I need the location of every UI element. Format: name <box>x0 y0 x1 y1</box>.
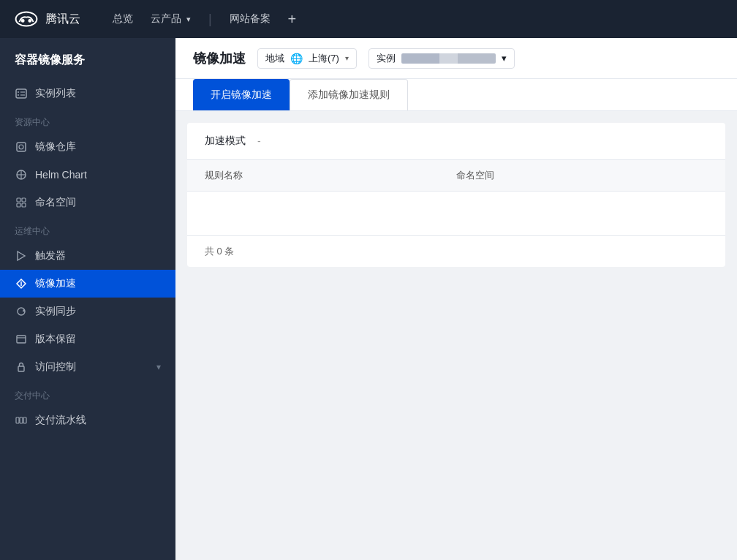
sidebar: 容器镜像服务 实例列表 资源中心 <box>0 38 175 560</box>
sidebar-item-label: Helm Chart <box>35 169 87 181</box>
svg-rect-22 <box>18 366 24 371</box>
table-header: 规则名称 命名空间 <box>187 160 725 192</box>
svg-point-1 <box>21 19 25 23</box>
region-label: 地域 <box>265 52 284 65</box>
sidebar-item-label: 命名空间 <box>35 196 76 209</box>
table-body <box>187 192 725 235</box>
svg-point-0 <box>16 12 37 26</box>
sidebar-item-namespace[interactable]: 命名空间 <box>0 189 175 216</box>
namespace-icon <box>15 196 28 209</box>
sidebar-item-trigger[interactable]: 触发器 <box>0 242 175 270</box>
content-area: 镜像加速 地域 🌐 上海(7) ▾ 实例 ▾ 开启镜像加速 添加镜像加速规则 加… <box>175 38 737 560</box>
region-value: 上海(7) <box>309 52 339 65</box>
tencent-cloud-logo <box>15 10 38 28</box>
region-chevron-icon: ▾ <box>345 54 349 62</box>
sidebar-item-image-accel[interactable]: 镜像加速 <box>0 270 175 298</box>
svg-rect-25 <box>23 417 26 423</box>
instance-chevron-icon: ▾ <box>502 53 507 64</box>
col-rule-name: 规则名称 <box>205 169 456 182</box>
tab-enable-accel[interactable]: 开启镜像加速 <box>193 79 290 110</box>
pipeline-icon <box>15 414 28 427</box>
sidebar-item-label: 触发器 <box>35 249 66 262</box>
logo-area: 腾讯云 <box>15 10 80 28</box>
brand-name: 腾讯云 <box>45 12 80 27</box>
svg-rect-15 <box>17 203 20 207</box>
sidebar-item-delivery-pipeline[interactable]: 交付流水线 <box>0 406 175 434</box>
region-selector[interactable]: 地域 🌐 上海(7) ▾ <box>257 48 357 69</box>
svg-rect-8 <box>17 143 26 151</box>
sidebar-item-instance-sync[interactable]: 实例同步 <box>0 298 175 325</box>
sidebar-item-label: 交付流水线 <box>35 414 86 427</box>
speed-mode-label: 加速模式 <box>205 135 246 148</box>
svg-rect-20 <box>17 336 26 343</box>
repo-icon <box>15 140 28 154</box>
sidebar-item-image-repo[interactable]: 镜像仓库 <box>0 133 175 161</box>
speed-mode-value: - <box>257 135 261 147</box>
tab-add-rule[interactable]: 添加镜像加速规则 <box>290 79 408 110</box>
sync-icon <box>15 305 28 318</box>
section-label-ops: 运维中心 <box>0 216 175 242</box>
svg-point-4 <box>18 91 19 93</box>
svg-point-9 <box>19 145 23 149</box>
svg-rect-14 <box>22 198 26 202</box>
nav-links: 总览 云产品 ▾ | 网站备案 + <box>113 11 296 28</box>
nav-beian[interactable]: 网站备案 <box>230 12 271 26</box>
list-icon <box>15 87 28 100</box>
nav-overview[interactable]: 总览 <box>113 12 133 26</box>
instance-selector[interactable]: 实例 ▾ <box>368 48 515 69</box>
chevron-down-icon: ▾ <box>156 362 161 372</box>
sidebar-item-label: 访问控制 <box>35 360 76 374</box>
svg-marker-17 <box>18 251 25 260</box>
globe-icon: 🌐 <box>290 53 303 64</box>
sidebar-item-helm-chart[interactable]: Helm Chart <box>0 161 175 189</box>
tab-bar: 开启镜像加速 添加镜像加速规则 <box>175 79 737 111</box>
trigger-icon <box>15 249 28 262</box>
main-layout: 容器镜像服务 实例列表 资源中心 <box>0 38 737 560</box>
svg-rect-23 <box>16 417 19 423</box>
sidebar-item-instance-list[interactable]: 实例列表 <box>0 80 175 107</box>
version-icon <box>15 333 28 346</box>
svg-point-2 <box>28 19 31 23</box>
nav-cloud-products[interactable]: 云产品 ▾ <box>151 12 191 26</box>
sidebar-item-access-control[interactable]: 访问控制 ▾ <box>0 353 175 381</box>
speed-mode-row: 加速模式 - <box>187 123 725 160</box>
svg-rect-24 <box>20 417 23 423</box>
lock-icon <box>15 360 28 374</box>
instance-label: 实例 <box>377 52 396 65</box>
svg-point-6 <box>18 94 19 96</box>
helm-icon <box>15 168 28 181</box>
svg-rect-16 <box>22 203 26 207</box>
page-header: 镜像加速 地域 🌐 上海(7) ▾ 实例 ▾ <box>175 38 737 79</box>
sidebar-title: 容器镜像服务 <box>0 38 175 80</box>
accel-icon <box>15 277 28 290</box>
col-namespace: 命名空间 <box>456 169 708 182</box>
table-footer: 共 0 条 <box>187 235 725 267</box>
sidebar-item-label: 版本保留 <box>35 333 76 346</box>
nav-add-button[interactable]: + <box>288 11 297 28</box>
sidebar-item-label: 镜像加速 <box>35 277 76 290</box>
svg-rect-13 <box>17 198 20 202</box>
section-label-delivery: 交付中心 <box>0 381 175 406</box>
instance-bar <box>401 53 496 64</box>
page-title: 镜像加速 <box>193 50 246 67</box>
section-label-resources: 资源中心 <box>0 107 175 133</box>
top-nav: 腾讯云 总览 云产品 ▾ | 网站备案 + <box>0 0 737 38</box>
sidebar-item-label: 镜像仓库 <box>35 140 76 154</box>
sidebar-item-label: 实例列表 <box>35 87 76 100</box>
cloud-products-chevron: ▾ <box>186 15 191 23</box>
nav-divider: | <box>208 12 212 27</box>
sidebar-item-version-keep[interactable]: 版本保留 <box>0 325 175 353</box>
content-panel: 加速模式 - 规则名称 命名空间 共 0 条 <box>187 123 725 267</box>
svg-rect-3 <box>16 89 26 98</box>
sidebar-item-label: 实例同步 <box>35 305 76 318</box>
